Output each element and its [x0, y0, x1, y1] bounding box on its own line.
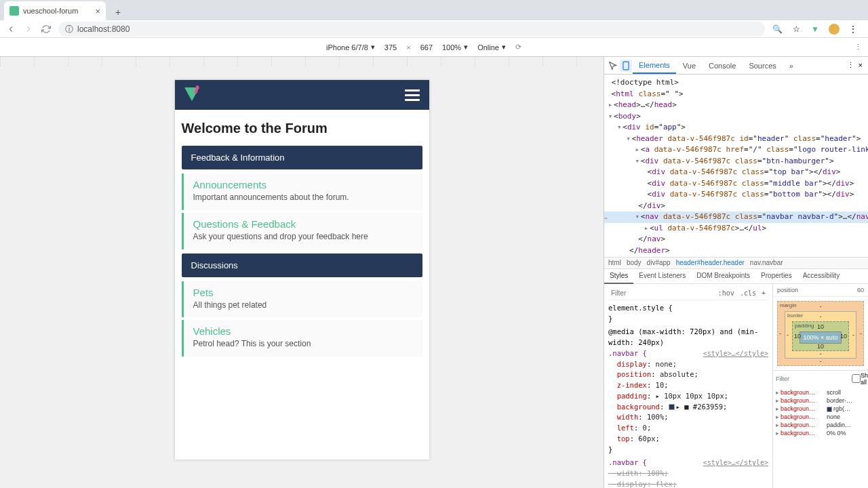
tab-properties[interactable]: Properties	[755, 269, 797, 283]
topic-title: Vehicles	[193, 325, 413, 337]
add-rule-button[interactable]: +	[759, 288, 768, 298]
topic-desc: All things pet related	[193, 300, 413, 311]
box-model: position60 margin---- border---- padding…	[773, 284, 868, 488]
tab-accessibility[interactable]: Accessibility	[797, 269, 845, 283]
topic-desc: Ask your questions and drop your feedbac…	[193, 231, 413, 243]
menu-icon[interactable]: ⋮	[848, 24, 859, 35]
hamburger-button[interactable]	[405, 89, 420, 101]
browser-chrome: vueschool-forum × + ⓘ localhost:8080 🔍 ☆…	[0, 0, 868, 38]
svg-rect-0	[623, 62, 629, 70]
styles-filter-input[interactable]	[608, 289, 715, 297]
tab-sources[interactable]: Sources	[743, 58, 782, 73]
computed-list[interactable]: ▸backgroun…scroll▸backgroun…border-…▸bac…	[773, 387, 868, 439]
devtools-tabs: Elements Vue Console Sources » ⋮ ×	[604, 57, 868, 75]
rotate-icon[interactable]: ⟳	[515, 43, 521, 52]
show-all-checkbox[interactable]	[852, 374, 861, 383]
info-icon: ⓘ	[65, 24, 73, 35]
topic-desc: Important announcements about the forum.	[193, 192, 413, 203]
tab-bar: vueschool-forum × +	[0, 0, 868, 20]
favicon-icon	[9, 6, 19, 16]
throttle-select[interactable]: Online ▾	[477, 43, 506, 52]
topic-item[interactable]: Pets All things pet related	[182, 281, 422, 318]
url-input[interactable]: ⓘ localhost:8080	[58, 22, 765, 37]
forward-button[interactable]	[23, 24, 34, 35]
browser-tab[interactable]: vueschool-forum ×	[4, 1, 106, 20]
inspect-icon[interactable]	[607, 60, 619, 72]
viewport-width[interactable]: 375	[384, 43, 397, 52]
star-icon[interactable]: ☆	[791, 24, 802, 35]
main-area: Welcome to the Forum Feedback & Informat…	[0, 57, 868, 488]
computed-filter: Show all	[773, 370, 868, 387]
devtools-close-icon[interactable]: ×	[859, 61, 863, 70]
page-title: Welcome to the Forum	[182, 121, 422, 136]
avatar[interactable]	[829, 24, 840, 35]
tab-vue[interactable]: Vue	[677, 58, 702, 73]
ruler	[0, 57, 604, 66]
dom-tree[interactable]: <!doctype html> <html class=" "> ▸<head>…	[604, 75, 868, 257]
device-viewport: Welcome to the Forum Feedback & Informat…	[0, 57, 604, 488]
hov-toggle[interactable]: :hov	[715, 288, 737, 298]
back-button[interactable]	[5, 24, 16, 35]
styles-panel-tabs: Styles Event Listeners DOM Breakpoints P…	[604, 269, 868, 284]
logo-icon[interactable]	[184, 87, 199, 102]
address-bar: ⓘ localhost:8080 🔍 ☆ ▼ ⋮	[0, 20, 868, 38]
section-header: Feedback & Information	[182, 146, 422, 169]
styles-filter-row: :hov .cls +	[608, 287, 768, 300]
styles-body: :hov .cls + element.style {} @media (max…	[604, 284, 868, 488]
search-icon[interactable]: 🔍	[772, 24, 783, 35]
topic-title: Announcements	[193, 179, 413, 190]
device-select[interactable]: iPhone 6/7/8 ▾	[326, 43, 375, 52]
tabs-overflow-icon[interactable]: »	[783, 58, 800, 73]
css-rules[interactable]: :hov .cls + element.style {} @media (max…	[604, 284, 773, 488]
reload-button[interactable]	[41, 24, 52, 35]
topic-title: Questions & Feedback	[193, 218, 413, 230]
topic-item[interactable]: Questions & Feedback Ask your questions …	[182, 213, 422, 249]
tab-elements[interactable]: Elements	[633, 58, 676, 74]
devtools-panel: Elements Vue Console Sources » ⋮ × <!doc…	[604, 57, 868, 488]
tab-event-listeners[interactable]: Event Listeners	[633, 269, 691, 283]
tab-title: vueschool-forum	[23, 7, 78, 15]
cls-toggle[interactable]: .cls	[737, 288, 759, 298]
viewport-height[interactable]: 667	[420, 43, 433, 52]
topic-item[interactable]: Vehicles Petrol head? This is your secti…	[182, 320, 422, 357]
breadcrumb[interactable]: html body div#app header#header.header n…	[604, 257, 868, 269]
phone-frame: Welcome to the Forum Feedback & Informat…	[175, 80, 429, 460]
zoom-select[interactable]: 100% ▾	[442, 43, 468, 52]
url-text: localhost:8080	[77, 24, 130, 34]
topic-title: Pets	[193, 287, 413, 298]
device-mode-icon[interactable]	[620, 60, 632, 72]
device-more-button[interactable]: ⋮	[848, 43, 868, 52]
dimension-x: ×	[406, 43, 410, 52]
app-header	[175, 80, 429, 110]
box-model-diagram[interactable]: margin---- border---- padding10101010 10…	[773, 297, 868, 370]
forum-body: Welcome to the Forum Feedback & Informat…	[175, 110, 429, 370]
tab-styles[interactable]: Styles	[604, 269, 633, 284]
topic-item[interactable]: Announcements Important announcements ab…	[182, 174, 422, 210]
tab-dom-breakpoints[interactable]: DOM Breakpoints	[691, 269, 755, 283]
tab-console[interactable]: Console	[703, 58, 742, 73]
toolbar-icons: 🔍 ☆ ▼ ⋮	[772, 24, 863, 35]
vue-ext-icon[interactable]: ▼	[810, 24, 821, 35]
devtools-menu-icon[interactable]: ⋮	[847, 61, 854, 70]
new-tab-button[interactable]: +	[110, 4, 126, 20]
computed-filter-input[interactable]	[776, 375, 852, 382]
close-icon[interactable]: ×	[95, 6, 100, 16]
device-toolbar: iPhone 6/7/8 ▾ 375 × 667 100% ▾ Online ▾…	[0, 38, 868, 57]
selected-dom-node[interactable]: ▾<nav data-v-546f987c class="navbar navb…	[604, 211, 868, 223]
section-header: Discussions	[182, 253, 422, 277]
topic-desc: Petrol head? This is your section	[193, 338, 413, 350]
